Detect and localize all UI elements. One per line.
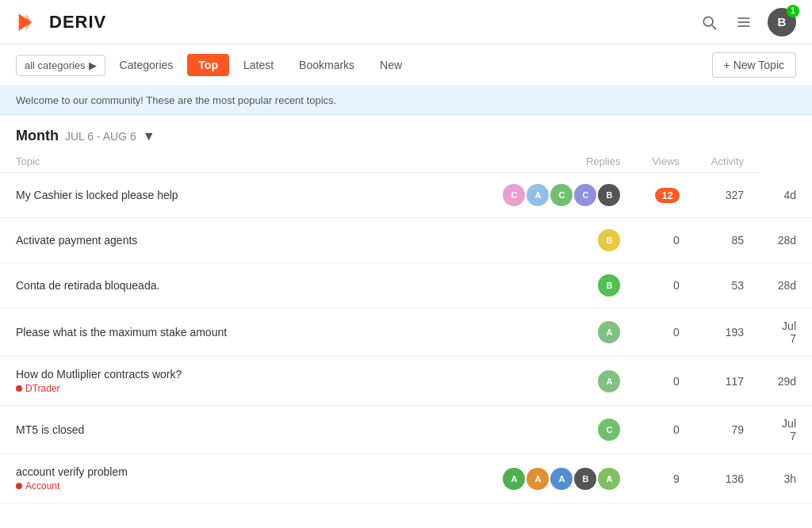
topic-replies-cell: 0 (636, 218, 695, 263)
topic-avatars-cell: C (487, 406, 636, 454)
search-button[interactable] (698, 11, 720, 33)
table-row: My Cashier is locked please helpCACCB123… (0, 173, 812, 218)
topic-views-cell: 79 (695, 406, 760, 454)
tab-bookmarks[interactable]: Bookmarks (288, 54, 366, 76)
tab-latest[interactable]: Latest (232, 54, 285, 76)
period-range: JUL 6 - AUG 6 (65, 130, 136, 143)
topic-replies-cell: 9 (636, 454, 695, 503)
topic-title-link[interactable]: Please what is the maximum stake amount (16, 326, 227, 339)
topic-views-cell: 53 (695, 263, 760, 308)
topic-replies-cell: 0 (636, 263, 695, 308)
avatar: A (550, 468, 573, 490)
topic-views-cell: 85 (695, 218, 760, 263)
svg-line-3 (712, 25, 716, 29)
tab-new[interactable]: New (369, 54, 413, 76)
topic-title-link[interactable]: How do Mutliplier contracts work? (16, 368, 182, 381)
notification-badge: 1 (787, 5, 799, 17)
svg-marker-1 (26, 13, 32, 31)
tab-categories[interactable]: Categories (109, 54, 185, 76)
avatar-group: C (503, 419, 620, 441)
table-row: How do Mutliplier contracts work?DTrader… (0, 357, 812, 406)
categories-dropdown-label: all categories (25, 59, 86, 71)
avatar: C (503, 184, 525, 206)
avatar-group: B (503, 229, 620, 251)
logo-text: DERIV (49, 12, 106, 33)
logo-area: DERIV (16, 8, 106, 36)
col-replies: Replies (487, 151, 636, 173)
topic-activity-cell: 3h (760, 454, 812, 503)
topic-title-link[interactable]: My Cashier is locked please help (16, 189, 178, 201)
topic-avatars-cell: B (487, 263, 636, 308)
menu-icon (736, 14, 752, 30)
topic-activity-cell: Jul 7 (760, 308, 812, 357)
topic-activity-cell: 28d (760, 218, 812, 263)
topic-tag-label[interactable]: Account (25, 480, 59, 492)
replies-badge: 12 (655, 188, 679, 203)
avatar-group: AAABA (503, 468, 620, 490)
topic-title-cell: Conta de retirada bloqueada. (0, 263, 487, 308)
avatar: A (503, 468, 525, 490)
topic-title-cell: account verify problemAccount (0, 454, 487, 503)
col-views: Views (636, 151, 695, 173)
topic-activity-cell: 29d (760, 357, 812, 406)
topic-title-cell: Activate payment agents (0, 218, 487, 263)
topic-avatars-cell: AAABA (487, 454, 636, 503)
tag-dot-icon (16, 385, 22, 392)
avatar: B (598, 184, 620, 206)
avatar: C (598, 419, 620, 441)
topic-title-cell: Please what is the maximum stake amount (0, 308, 487, 357)
header: DERIV B 1 (0, 0, 812, 44)
month-header: Month JUL 6 - AUG 6 ▼ (0, 115, 812, 151)
avatar: B (598, 229, 620, 251)
topic-avatars-cell: CACCB (487, 173, 636, 218)
topic-title-link[interactable]: Activate payment agents (16, 234, 137, 247)
period-label: Month (16, 128, 59, 144)
avatar: C (574, 184, 596, 206)
topic-list: My Cashier is locked please helpCACCB123… (0, 173, 812, 503)
topic-title-link[interactable]: account verify problem (16, 465, 128, 478)
avatar: B (598, 274, 620, 297)
user-avatar-wrapper[interactable]: B 1 (768, 8, 796, 36)
avatar: A (598, 468, 620, 490)
avatar: C (550, 184, 573, 206)
hamburger-menu-button[interactable] (733, 11, 755, 33)
nav-bar: all categories ▶ Categories Top Latest B… (0, 44, 812, 86)
topic-replies-cell: 12 (636, 173, 695, 218)
topic-replies-cell: 0 (636, 406, 695, 454)
topic-avatars-cell: B (487, 218, 636, 263)
tab-top[interactable]: Top (187, 54, 229, 76)
topic-replies-cell: 0 (636, 357, 695, 406)
topic-replies-cell: 0 (636, 308, 695, 357)
avatar: A (527, 468, 549, 490)
topic-avatars-cell: A (487, 357, 636, 406)
topic-activity-cell: 28d (760, 263, 812, 308)
table-row: MT5 is closedC079Jul 7 (0, 406, 812, 454)
tag-dot-icon (16, 483, 22, 489)
table-row: account verify problemAccountAAABA91363h (0, 454, 812, 503)
topic-title-cell: MT5 is closed (0, 406, 487, 454)
categories-dropdown-arrow: ▶ (89, 59, 97, 71)
categories-dropdown[interactable]: all categories ▶ (16, 55, 105, 76)
topic-tag-label[interactable]: DTrader (25, 383, 60, 394)
avatar: B (574, 468, 596, 490)
avatar-group: B (503, 274, 620, 297)
topic-avatars-cell: A (487, 308, 636, 357)
topic-views-cell: 117 (695, 357, 760, 406)
topic-title-cell: My Cashier is locked please help (0, 173, 487, 218)
table-row: Activate payment agentsB08528d (0, 218, 812, 263)
topic-title-cell: How do Mutliplier contracts work?DTrader (0, 357, 487, 406)
new-topic-button[interactable]: + New Topic (712, 52, 796, 78)
topic-activity-cell: Jul 7 (760, 406, 812, 454)
topic-views-cell: 327 (695, 173, 760, 218)
nav-left: all categories ▶ Categories Top Latest B… (16, 54, 413, 76)
search-icon (701, 14, 717, 30)
topic-title-link[interactable]: Conta de retirada bloqueada. (16, 279, 159, 292)
period-dropdown-icon[interactable]: ▼ (143, 129, 155, 143)
topic-title-link[interactable]: MT5 is closed (16, 423, 84, 436)
col-topic: Topic (0, 151, 487, 173)
topic-activity-cell: 4d (760, 173, 812, 218)
avatar-group: A (503, 370, 620, 392)
col-activity: Activity (695, 151, 760, 173)
table-row: Conta de retirada bloqueada.B05328d (0, 263, 812, 308)
table-row: Please what is the maximum stake amountA… (0, 308, 812, 357)
